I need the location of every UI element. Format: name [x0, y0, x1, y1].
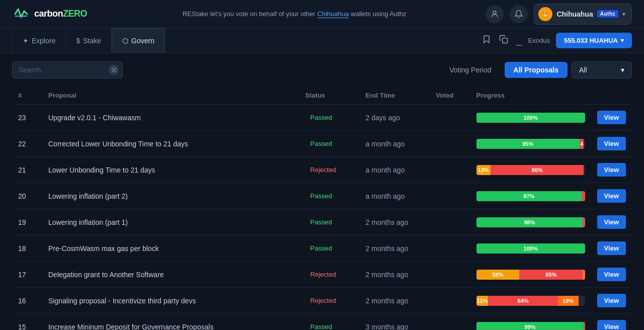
table-header-row: # Proposal Status End Time Voted Progres…	[12, 87, 632, 105]
end-time: 2 months ago	[360, 288, 430, 314]
col-header-num: #	[12, 87, 42, 105]
stake-icon: $	[76, 37, 80, 45]
view-button[interactable]: View	[597, 241, 626, 255]
end-time: a month ago	[360, 131, 430, 157]
col-header-proposal: Proposal	[42, 87, 299, 105]
table-row: 19Lowering inflation (part 1)Passed2 mon…	[12, 209, 632, 235]
table-row: 22Corrected Lower Unbonding Time to 21 d…	[12, 131, 632, 157]
progress-segment-abstain: 11%	[476, 296, 489, 306]
main-content: ✕ Voting Period All Proposals All ▾ # Pr…	[0, 53, 644, 330]
bookmark-icon-btn[interactable]	[480, 33, 493, 48]
profile-icon-btn[interactable]	[486, 5, 504, 23]
view-button[interactable]: View	[597, 189, 626, 203]
view-cell: View	[591, 131, 632, 157]
progress-bar: 11%64%19%	[476, 296, 585, 306]
status-badge: Passed	[299, 131, 360, 157]
col-header-endtime: End Time	[360, 87, 430, 105]
proposal-name: Corrected Lower Unbonding Time to 21 day…	[42, 131, 299, 157]
progress-segment-no	[584, 322, 585, 331]
progress-segment-yes: 100%	[476, 113, 585, 123]
view-button[interactable]: View	[597, 294, 626, 307]
table-row: 20Lowering inflation (part 2)Passeda mon…	[12, 183, 632, 209]
avatar: 🐕	[538, 7, 552, 21]
status-badge: Passed	[299, 105, 360, 131]
progress-bar: 100%	[476, 113, 585, 123]
view-button[interactable]: View	[597, 137, 626, 150]
nav-item-stake[interactable]: $ Stake	[66, 28, 112, 53]
view-cell: View	[591, 157, 632, 183]
status-badge: Rejected	[299, 157, 360, 183]
table-row: 23Upgrade v2.0.1 - ChiwawasmPassed2 days…	[12, 105, 632, 131]
view-cell: View	[591, 105, 632, 131]
header-message: REStake let's you vote on behalf of your…	[103, 10, 486, 18]
voted-cell	[430, 157, 470, 183]
view-button[interactable]: View	[597, 215, 626, 229]
table-row: 21Lower Unbonding Time to 21 daysRejecte…	[12, 157, 632, 183]
search-clear-button[interactable]: ✕	[109, 65, 119, 75]
proposal-num: 22	[12, 131, 42, 157]
nav-item-govern[interactable]: ⬡ Govern	[112, 28, 165, 53]
end-time: a month ago	[360, 157, 430, 183]
status-badge: Rejected	[299, 288, 360, 314]
svg-point-1	[493, 11, 496, 14]
app-header: carbonZERO REStake let's you vote on beh…	[0, 0, 644, 28]
proposal-name: Lowering inflation (part 1)	[42, 209, 299, 235]
tab-voting-period[interactable]: Voting Period	[440, 62, 500, 78]
progress-bar-cell: 11%64%19%	[470, 288, 591, 314]
progress-segment-abstain: 58%	[476, 270, 520, 280]
end-time: a month ago	[360, 183, 430, 209]
proposal-num: 19	[12, 209, 42, 235]
header-right: 🐕 Chihuahua Authz ▾	[486, 4, 632, 25]
wallet-button[interactable]: 555.033 HUAHUA ▾	[556, 33, 632, 48]
progress-bar: 97%	[476, 191, 585, 201]
proposals-table: # Proposal Status End Time Voted Progres…	[12, 87, 632, 330]
progress-segment-no: 64%	[488, 296, 557, 306]
progress-segment-no	[582, 191, 585, 201]
table-row: 15Increase Mininum Deposit for Governanc…	[12, 314, 632, 331]
view-button[interactable]: View	[597, 268, 626, 281]
progress-bar-cell: 58%85%	[470, 262, 591, 288]
user-menu[interactable]: 🐕 Chihuahua Authz ▾	[534, 4, 632, 25]
nav-item-explore[interactable]: ✦ Explore	[12, 28, 66, 53]
end-time: 2 months ago	[360, 235, 430, 262]
proposal-num: 15	[12, 314, 42, 331]
progress-segment-abstain: 13%	[476, 165, 491, 175]
proposal-num: 23	[12, 105, 42, 131]
view-button[interactable]: View	[597, 111, 626, 124]
status-filter-dropdown[interactable]: All ▾	[572, 61, 632, 78]
status-badge: Rejected	[299, 262, 360, 288]
proposal-name: Pre-CosmWasm max gas per block	[42, 235, 299, 262]
copy-icon-btn[interactable]	[497, 33, 510, 48]
view-button[interactable]: View	[597, 320, 626, 330]
search-input[interactable]	[12, 61, 123, 78]
voted-cell	[430, 183, 470, 209]
view-cell: View	[591, 288, 632, 314]
tab-all-proposals[interactable]: All Proposals	[505, 62, 568, 78]
bell-icon-btn[interactable]	[510, 5, 528, 23]
table-row: 16Signaling proposal - Incentivize third…	[12, 288, 632, 314]
status-badge: Passed	[299, 314, 360, 331]
view-button[interactable]: View	[597, 163, 626, 177]
svg-text:🐕: 🐕	[543, 12, 548, 17]
logo[interactable]: carbonZERO	[12, 5, 87, 23]
progress-segment-yes: 98%	[476, 217, 583, 227]
progress-bar: 100%	[476, 243, 585, 254]
filter-tabs: Voting Period All Proposals All ▾	[440, 61, 632, 78]
progress-bar-cell: 98%	[470, 209, 591, 235]
authz-link[interactable]: Chihuahua	[317, 10, 349, 18]
progress-segment-yes: 99%	[476, 322, 584, 331]
progress-bar-cell: 95%4	[470, 131, 591, 157]
col-header-progress: Progress	[470, 87, 591, 105]
proposal-name: Lowering inflation (part 2)	[42, 183, 299, 209]
explore-icon: ✦	[23, 37, 29, 45]
voted-cell	[430, 131, 470, 157]
progress-segment-yes: 100%	[476, 243, 585, 254]
svg-rect-4	[502, 38, 507, 43]
end-time: 2 months ago	[360, 262, 430, 288]
progress-bar: 99%	[476, 322, 585, 331]
progress-segment-yes: 95%	[476, 139, 580, 149]
progress-bar: 95%4	[476, 139, 585, 149]
col-header-action	[591, 87, 632, 105]
proposal-num: 18	[12, 235, 42, 262]
progress-bar-cell: 100%	[470, 105, 591, 131]
